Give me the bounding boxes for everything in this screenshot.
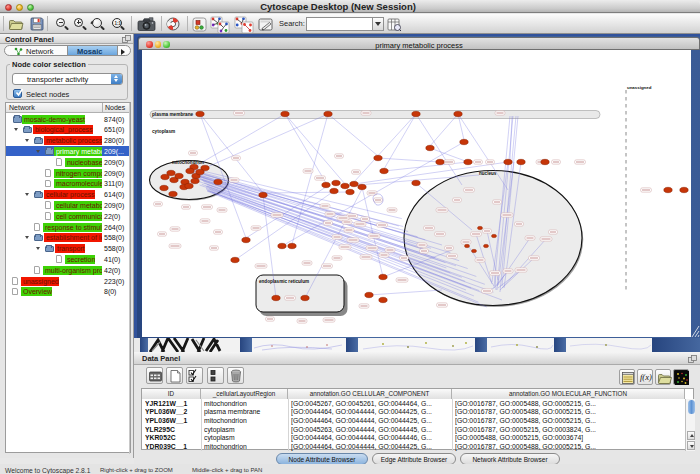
- svg-text:unassigned: unassigned: [627, 85, 652, 90]
- svg-text:endoplasmic reticulum: endoplasmic reticulum: [259, 279, 309, 284]
- svg-text:mitochondrion: mitochondrion: [172, 160, 204, 165]
- svg-text:cytoplasm: cytoplasm: [152, 129, 175, 134]
- svg-text:nucleus: nucleus: [479, 171, 497, 176]
- svg-text:plasma membrane: plasma membrane: [152, 112, 194, 117]
